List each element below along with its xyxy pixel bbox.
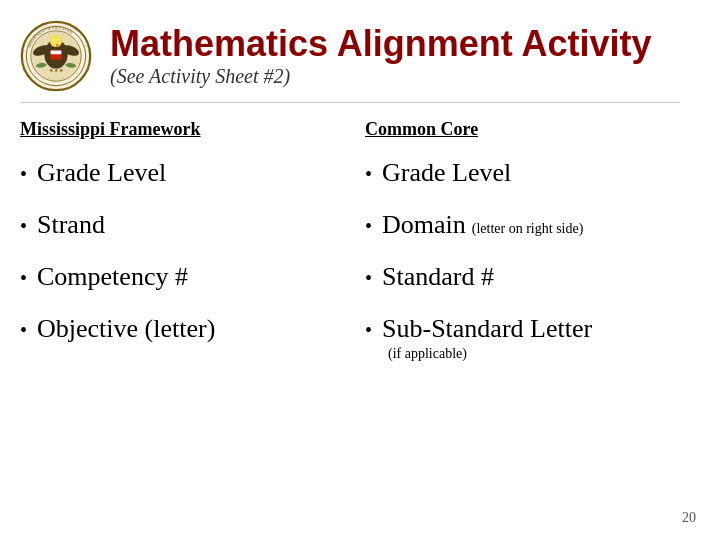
main-title: Mathematics Alignment Activity bbox=[110, 24, 651, 64]
mississippi-column: Mississippi Framework • Grade Level • St… bbox=[20, 119, 335, 384]
domain-item: Domain (letter on right side) bbox=[382, 210, 583, 240]
svg-text:★ ★ ★: ★ ★ ★ bbox=[49, 67, 65, 73]
list-item: • Competency # bbox=[20, 262, 335, 292]
item-text: Strand bbox=[37, 210, 105, 240]
common-core-header: Common Core bbox=[365, 119, 680, 140]
svg-rect-9 bbox=[51, 51, 62, 55]
bullet-icon: • bbox=[20, 215, 27, 238]
bullet-icon: • bbox=[20, 267, 27, 290]
item-text: Competency # bbox=[37, 262, 188, 292]
header: ★ ★ ★ DEPARTMENT OF EDUCATION Mathematic… bbox=[20, 20, 680, 92]
item-text: Standard # bbox=[382, 262, 494, 292]
substandard-text: Sub-Standard Letter bbox=[382, 314, 592, 343]
bullet-icon: • bbox=[365, 319, 372, 342]
list-item: • Domain (letter on right side) bbox=[365, 210, 680, 240]
item-text: Objective (letter) bbox=[37, 314, 215, 344]
divider bbox=[20, 102, 680, 103]
domain-note: (letter on right side) bbox=[472, 221, 584, 237]
list-item: • Standard # bbox=[365, 262, 680, 292]
list-item: • Grade Level bbox=[20, 158, 335, 188]
bullet-icon: • bbox=[20, 319, 27, 342]
mississippi-header: Mississippi Framework bbox=[20, 119, 335, 140]
domain-text: Domain bbox=[382, 210, 466, 240]
page: ★ ★ ★ DEPARTMENT OF EDUCATION Mathematic… bbox=[0, 0, 720, 540]
list-item: • Objective (letter) bbox=[20, 314, 335, 344]
page-number: 20 bbox=[682, 510, 696, 526]
item-text: Grade Level bbox=[382, 158, 511, 188]
department-seal: ★ ★ ★ DEPARTMENT OF EDUCATION bbox=[20, 20, 92, 92]
content-grid: Mississippi Framework • Grade Level • St… bbox=[20, 119, 680, 384]
item-text: Grade Level bbox=[37, 158, 166, 188]
common-core-list: • Grade Level • Domain (letter on right … bbox=[365, 158, 680, 362]
mississippi-list: • Grade Level • Strand • Competency # • … bbox=[20, 158, 335, 344]
title-block: Mathematics Alignment Activity (See Acti… bbox=[110, 24, 651, 89]
subtitle: (See Activity Sheet #2) bbox=[110, 65, 290, 88]
bullet-icon: • bbox=[20, 163, 27, 186]
substandard-note: (if applicable) bbox=[388, 346, 467, 361]
list-item: • Sub-Standard Letter (if applicable) bbox=[365, 314, 680, 362]
list-item: • Grade Level bbox=[365, 158, 680, 188]
bullet-icon: • bbox=[365, 163, 372, 186]
list-item: • Strand bbox=[20, 210, 335, 240]
common-core-column: Common Core • Grade Level • Domain (lett… bbox=[365, 119, 680, 384]
substandard-item: Sub-Standard Letter (if applicable) bbox=[382, 314, 592, 362]
bullet-icon: • bbox=[365, 215, 372, 238]
bullet-icon: • bbox=[365, 267, 372, 290]
